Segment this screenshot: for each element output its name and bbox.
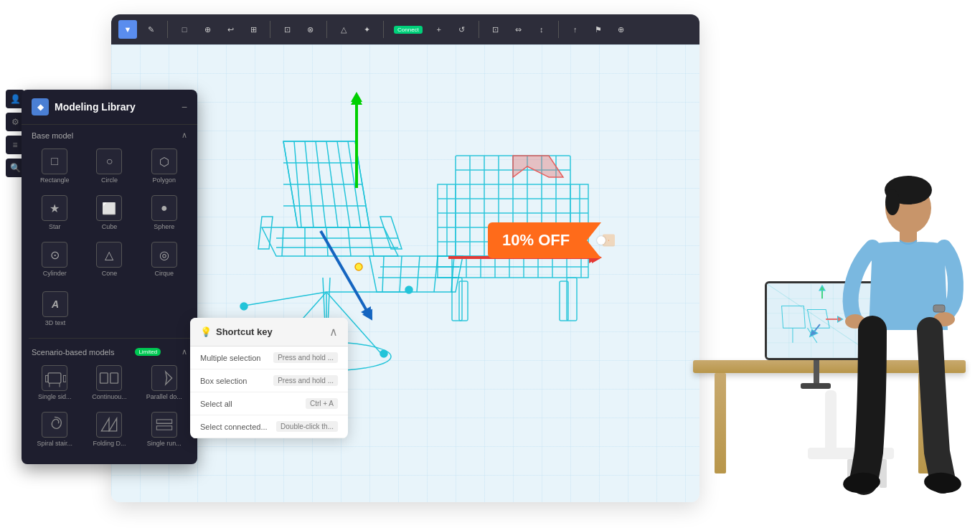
svg-rect-93 <box>46 375 49 382</box>
pen-tool[interactable]: ✎ <box>141 20 160 39</box>
more-tool[interactable]: ⊕ <box>612 20 631 39</box>
shortcut-header: 💡 Shortcut key ∧ <box>190 318 348 346</box>
path-tool[interactable]: ⊗ <box>301 20 319 39</box>
expand-tool[interactable]: ⊡ <box>486 20 505 39</box>
spiral-item[interactable]: Spiral stair... <box>29 407 80 451</box>
parallel-icon <box>151 365 177 391</box>
svg-marker-23 <box>380 217 402 249</box>
rectangle-tool[interactable]: □ <box>175 20 194 39</box>
svg-rect-103 <box>156 426 171 430</box>
discount-text: 10% OFF <box>488 222 587 258</box>
polygon-label: Polygon <box>153 176 176 184</box>
svg-marker-101 <box>109 418 117 431</box>
shortcut-close[interactable]: ∧ <box>329 325 338 339</box>
shortcut-row-3: Select all Ctrl + A <box>190 392 348 415</box>
single-sid-label: Single sid... <box>38 393 72 400</box>
badge-hole <box>597 236 606 245</box>
cirque-icon: ◎ <box>151 242 177 268</box>
svg-point-127 <box>885 189 900 215</box>
shape-tool[interactable]: ⊡ <box>278 20 296 39</box>
shape-grid: □ Rectangle ○ Circle ⬡ Polygon ★ Star ⬜ … <box>22 144 197 287</box>
triangle-tool[interactable]: △ <box>334 20 353 39</box>
base-model-chevron: ∧ <box>182 131 187 140</box>
canvas-toolbar: ▼ ✎ □ ⊕ ↩ ⊞ ⊡ ⊗ △ ✦ Connect + ↺ ⊡ ⇔ ↕ ↑ … <box>111 14 699 44</box>
add-tool[interactable]: + <box>430 20 448 39</box>
cylinder-shape[interactable]: ⊙ Cylinder <box>29 237 80 281</box>
rotate-tool[interactable]: ↩ <box>221 20 240 39</box>
connect-badge[interactable]: Connect <box>394 26 423 34</box>
library-header: ◆ Modeling Library − <box>22 90 197 125</box>
parallel-item[interactable]: Parallel do... <box>138 361 190 405</box>
separator-2 <box>270 21 270 38</box>
select-all-key: Ctrl + A <box>306 398 338 409</box>
grid-tool[interactable]: ⊞ <box>244 20 263 39</box>
polygon-icon: ⬡ <box>151 148 177 174</box>
svg-rect-97 <box>100 373 108 383</box>
continuous-item[interactable]: Continuou... <box>83 361 135 405</box>
single-sid-item[interactable]: Single sid... <box>29 361 80 405</box>
polygon-shape[interactable]: ⬡ Polygon <box>138 144 190 188</box>
rectangle-label: Rectangle <box>40 176 70 184</box>
rectangle-icon: □ <box>42 148 67 174</box>
text-3d-item[interactable]: A 3D text <box>29 287 82 331</box>
cirque-shape[interactable]: ◎ Cirque <box>138 237 190 281</box>
base-model-label: Base model <box>32 131 73 140</box>
parallel-label: Parallel do... <box>146 393 182 400</box>
library-icon: ◆ <box>32 98 49 116</box>
text-3d-label: 3D text <box>45 319 66 326</box>
multiple-selection-label: Multiple selection <box>200 354 260 362</box>
rectangle-shape[interactable]: □ Rectangle <box>29 144 80 188</box>
separator-5 <box>479 21 479 38</box>
circle-tool[interactable]: ↺ <box>453 20 471 39</box>
single-run-label: Single run... <box>147 440 182 447</box>
cube-label: Cube <box>102 223 118 230</box>
anchor-tool[interactable]: ⊕ <box>198 20 217 39</box>
cylinder-label: Cylinder <box>43 270 67 277</box>
continuous-label: Continuou... <box>92 393 127 400</box>
person-svg <box>786 165 973 509</box>
library-toggle[interactable]: − <box>182 101 187 113</box>
multiple-selection-key: Press and hold ... <box>273 352 338 363</box>
cone-shape[interactable]: △ Cone <box>83 237 135 281</box>
y-axis-arrow <box>355 102 358 188</box>
base-model-section-header: Base model ∧ <box>22 125 197 144</box>
svg-rect-102 <box>156 420 171 423</box>
select-connected-label: Select connected... <box>200 423 268 431</box>
sphere-shape[interactable]: ● Sphere <box>138 191 190 235</box>
continuous-icon <box>96 365 122 391</box>
star-shape[interactable]: ★ Star <box>29 191 80 235</box>
spiral-label: Spiral stair... <box>37 440 72 447</box>
arrow-tool[interactable]: ↑ <box>566 20 585 39</box>
height-tool[interactable]: ↕ <box>532 20 551 39</box>
svg-line-29 <box>417 256 420 292</box>
svg-point-40 <box>380 350 387 357</box>
svg-marker-100 <box>102 418 110 431</box>
select-all-label: Select all <box>200 400 232 408</box>
scenario-chevron: ∧ <box>182 347 187 357</box>
svg-line-21 <box>369 227 374 256</box>
flag-tool[interactable]: ⚑ <box>589 20 608 39</box>
svg-rect-85 <box>459 281 468 321</box>
circle-shape[interactable]: ○ Circle <box>83 144 135 188</box>
folding-item[interactable]: Folding D... <box>83 407 135 451</box>
spiral-icon <box>42 412 67 438</box>
svg-marker-89 <box>351 92 362 102</box>
svg-line-20 <box>348 227 351 256</box>
separator-3 <box>326 21 327 38</box>
desk-scene <box>650 136 973 509</box>
cube-shape[interactable]: ⬜ Cube <box>83 191 135 235</box>
modeling-library-panel: ◆ Modeling Library − Base model ∧ □ Rect… <box>22 90 197 464</box>
desk-leg-left <box>715 373 726 473</box>
single-sid-icon <box>42 365 67 391</box>
shortcut-panel: 💡 Shortcut key ∧ Multiple selection Pres… <box>190 318 348 438</box>
cone-label: Cone <box>102 270 118 277</box>
flip-tool[interactable]: ⇔ <box>509 20 528 39</box>
text-3d-row: A 3D text <box>22 287 197 335</box>
folding-icon <box>96 412 122 438</box>
single-run-item[interactable]: Single run... <box>138 407 190 451</box>
svg-rect-133 <box>933 305 945 312</box>
star-tool[interactable]: ✦ <box>357 20 376 39</box>
cube-icon: ⬜ <box>96 195 122 221</box>
scenario-section-header: Scenario-based models Limited ∧ <box>22 341 197 361</box>
selection-tool[interactable]: ▼ <box>118 20 137 39</box>
